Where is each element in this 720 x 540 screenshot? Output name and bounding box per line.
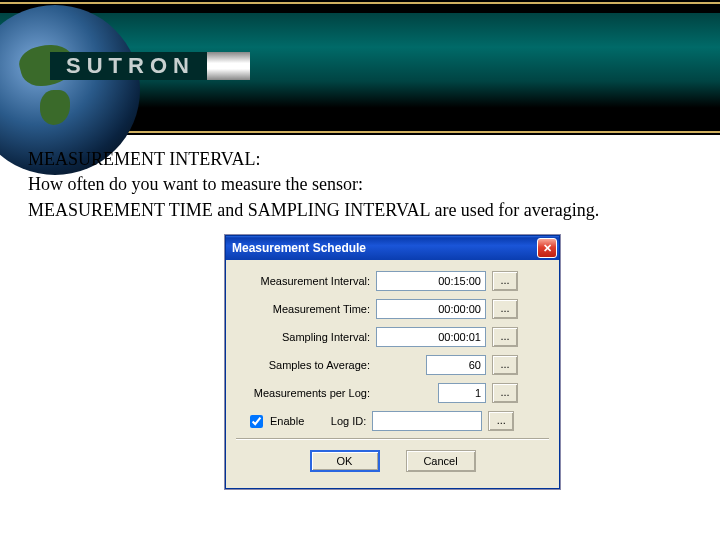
close-icon: ✕: [543, 242, 552, 255]
browse-button-measurement-interval[interactable]: ...: [492, 271, 518, 291]
checkbox-enable[interactable]: [250, 415, 263, 428]
slide-line: MEASUREMENT TIME and SAMPLING INTERVAL a…: [28, 199, 599, 222]
input-measurement-time[interactable]: 00:00:00: [376, 299, 486, 319]
row-measurement-time: Measurement Time: 00:00:00 ...: [236, 298, 549, 320]
label-log-id: Log ID:: [322, 415, 372, 427]
ok-button[interactable]: OK: [310, 450, 380, 472]
row-samples-to-average: Samples to Average: 60 ...: [236, 354, 549, 376]
label-enable: Enable: [270, 415, 304, 427]
row-sampling-interval: Sampling Interval: 00:00:01 ...: [236, 326, 549, 348]
browse-button-measurements-per-log[interactable]: ...: [492, 383, 518, 403]
slide-body-text: MEASUREMENT INTERVAL: How often do you w…: [28, 148, 599, 224]
browse-button-log-id[interactable]: ...: [488, 411, 514, 431]
browse-button-measurement-time[interactable]: ...: [492, 299, 518, 319]
brand-name: SUTRON: [50, 52, 207, 80]
label-measurement-time: Measurement Time:: [236, 303, 376, 315]
dialog-button-row: OK Cancel: [236, 450, 549, 482]
input-samples-to-average[interactable]: 60: [426, 355, 486, 375]
close-button[interactable]: ✕: [537, 238, 557, 258]
header-band: SUTRON: [0, 0, 720, 135]
dialog-body: Measurement Interval: 00:15:00 ... Measu…: [226, 260, 559, 488]
row-measurement-interval: Measurement Interval: 00:15:00 ...: [236, 270, 549, 292]
label-measurements-per-log: Measurements per Log:: [236, 387, 376, 399]
browse-button-samples-to-average[interactable]: ...: [492, 355, 518, 375]
header-stripe: [0, 2, 720, 4]
input-sampling-interval[interactable]: 00:00:01: [376, 327, 486, 347]
dialog-title: Measurement Schedule: [232, 241, 537, 255]
input-measurement-interval[interactable]: 00:15:00: [376, 271, 486, 291]
input-log-id[interactable]: [372, 411, 482, 431]
dialog-titlebar[interactable]: Measurement Schedule ✕: [226, 236, 559, 260]
browse-button-sampling-interval[interactable]: ...: [492, 327, 518, 347]
label-sampling-interval: Sampling Interval:: [236, 331, 376, 343]
slide-line: How often do you want to measure the sen…: [28, 173, 599, 196]
separator: [236, 438, 549, 440]
measurement-schedule-dialog: Measurement Schedule ✕ Measurement Inter…: [225, 235, 560, 489]
label-measurement-interval: Measurement Interval:: [236, 275, 376, 287]
label-samples-to-average: Samples to Average:: [236, 359, 376, 371]
brand-logo: SUTRON: [50, 50, 250, 82]
row-measurements-per-log: Measurements per Log: 1 ...: [236, 382, 549, 404]
input-measurements-per-log[interactable]: 1: [438, 383, 486, 403]
slide-line: MEASUREMENT INTERVAL:: [28, 148, 599, 171]
row-enable-logid: Enable Log ID: ...: [236, 410, 549, 432]
cancel-button[interactable]: Cancel: [406, 450, 476, 472]
